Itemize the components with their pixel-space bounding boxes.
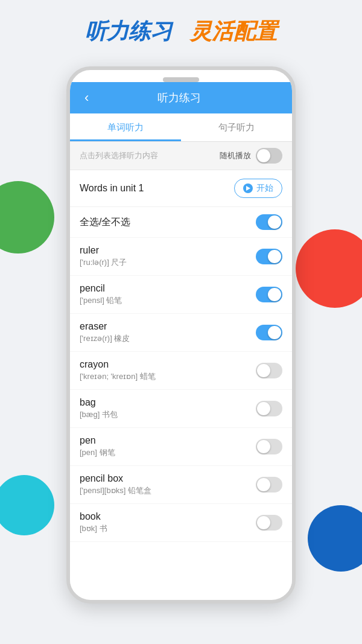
tab-sentence-listening[interactable]: 句子听力 (181, 113, 292, 141)
toggle-book[interactable] (256, 515, 282, 531)
header-title-orange: 灵活配置 (190, 17, 277, 46)
unit-label: Words in unit 1 (80, 183, 144, 194)
word-item-pencilbox[interactable]: pencil box ['pensl][bɒks] 铅笔盒 (70, 466, 292, 504)
toggle-pencilbox[interactable] (256, 477, 282, 493)
word-item-crayon[interactable]: crayon ['kreɪən; 'kreɪɒn] 蜡笔 (70, 352, 292, 390)
page-header: 听力练习 灵活配置 (0, 0, 362, 59)
word-info-book: book [bʊk] 书 (80, 511, 107, 534)
word-item-ruler[interactable]: ruler ['ru:lə(r)] 尺子 (70, 238, 292, 276)
toolbar-hint: 点击列表选择听力内容 (80, 150, 158, 161)
word-en-ruler: ruler (80, 245, 127, 256)
play-triangle (246, 186, 250, 191)
word-item-pen[interactable]: pen [pen] 钢笔 (70, 428, 292, 466)
word-item-selectall[interactable]: 全选/全不选 (70, 207, 292, 238)
deco-circle-red (296, 229, 362, 308)
toolbar-row: 点击列表选择听力内容 随机播放 (70, 142, 292, 170)
word-en-eraser: eraser (80, 321, 130, 332)
toggle-ruler[interactable] (256, 249, 282, 264)
tab-word-listening[interactable]: 单词听力 (70, 113, 181, 141)
word-phonetic-book: [bʊk] 书 (80, 523, 107, 534)
word-en-pencil: pencil (80, 283, 122, 294)
word-info-crayon: crayon ['kreɪən; 'kreɪɒn] 蜡笔 (80, 359, 156, 382)
unit-row: Words in unit 1 开始 (70, 170, 292, 207)
phone-frame: ‹ 听力练习 单词听力 句子听力 点击列表选择听力内容 随机播放 Words i… (66, 66, 296, 604)
toggle-crayon[interactable] (256, 363, 282, 378)
word-info-pencil: pencil ['pensl] 铅笔 (80, 283, 122, 306)
deco-circle-navy (308, 505, 362, 572)
word-item-bag[interactable]: bag [bæg] 书包 (70, 390, 292, 428)
random-toggle[interactable] (256, 148, 282, 164)
word-en-pencilbox: pencil box (80, 473, 151, 484)
start-button[interactable]: 开始 (234, 179, 282, 198)
word-en-book: book (80, 511, 107, 522)
back-button[interactable]: ‹ (80, 88, 94, 108)
start-btn-label: 开始 (256, 183, 273, 194)
toggle-eraser[interactable] (256, 325, 282, 340)
word-en-pen: pen (80, 435, 115, 446)
word-info-selectall: 全选/全不选 (80, 216, 130, 229)
word-item-pencil[interactable]: pencil ['pensl] 铅笔 (70, 276, 292, 314)
word-item-book[interactable]: book [bʊk] 书 (70, 504, 292, 542)
word-en-crayon: crayon (80, 359, 156, 370)
word-info-ruler: ruler ['ru:lə(r)] 尺子 (80, 245, 127, 268)
word-en-bag: bag (80, 397, 118, 408)
toolbar-right: 随机播放 (220, 148, 282, 164)
toggle-selectall[interactable] (256, 214, 282, 230)
deco-circle-teal (0, 475, 54, 535)
word-phonetic-pencil: ['pensl] 铅笔 (80, 295, 122, 306)
header-title-blue: 听力练习 (85, 17, 172, 46)
phone-speaker (163, 77, 199, 82)
word-en-selectall: 全选/全不选 (80, 216, 130, 229)
word-info-bag: bag [bæg] 书包 (80, 397, 118, 420)
app-content: ‹ 听力练习 单词听力 句子听力 点击列表选择听力内容 随机播放 Words i… (70, 82, 292, 593)
word-phonetic-pencilbox: ['pensl][bɒks] 铅笔盒 (80, 485, 151, 496)
word-phonetic-bag: [bæg] 书包 (80, 409, 118, 420)
word-info-pen: pen [pen] 钢笔 (80, 435, 115, 458)
word-phonetic-eraser: ['reɪzə(r)] 橡皮 (80, 333, 130, 344)
tab-bar: 单词听力 句子听力 (70, 113, 292, 142)
word-phonetic-crayon: ['kreɪən; 'kreɪɒn] 蜡笔 (80, 371, 156, 382)
word-item-eraser[interactable]: eraser ['reɪzə(r)] 橡皮 (70, 314, 292, 352)
word-phonetic-ruler: ['ru:lə(r)] 尺子 (80, 257, 127, 268)
topbar-title: 听力练习 (94, 91, 264, 105)
word-info-eraser: eraser ['reɪzə(r)] 橡皮 (80, 321, 130, 344)
random-label: 随机播放 (220, 150, 251, 161)
word-info-pencilbox: pencil box ['pensl][bɒks] 铅笔盒 (80, 473, 151, 496)
deco-circle-green (0, 181, 54, 253)
word-list: 全选/全不选 ruler ['ru:lə(r)] 尺子 pencil ['pen… (70, 207, 292, 593)
top-bar: ‹ 听力练习 (70, 82, 292, 113)
toggle-pencil[interactable] (256, 287, 282, 302)
toggle-bag[interactable] (256, 401, 282, 416)
toggle-pen[interactable] (256, 439, 282, 454)
play-icon (243, 183, 253, 193)
word-phonetic-pen: [pen] 钢笔 (80, 447, 115, 458)
